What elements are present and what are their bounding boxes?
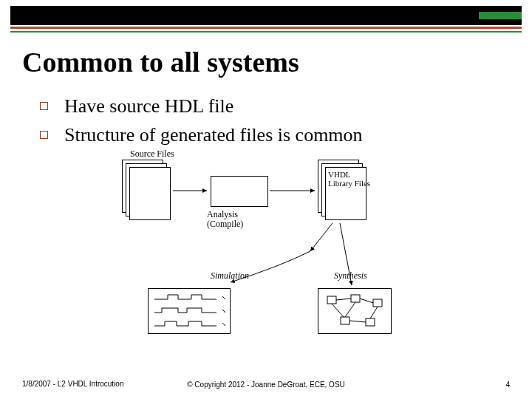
label-simulation: Simulation	[211, 271, 249, 281]
svg-line-7	[332, 304, 344, 317]
divider-red	[10, 27, 522, 29]
svg-rect-1	[351, 295, 360, 302]
synthesis-output-icon	[318, 288, 392, 334]
bullet-item: Have source HDL file	[40, 95, 502, 119]
svg-line-9	[349, 321, 366, 322]
label-source-files: Source Files	[130, 149, 174, 159]
svg-line-10	[370, 307, 378, 318]
bullet-list: Have source HDL file Structure of genera…	[40, 95, 502, 151]
header-accent	[479, 12, 522, 19]
diagram: Source Files Analysis (Compile) VHDL Lib…	[96, 155, 436, 347]
bullet-marker-icon	[40, 102, 48, 110]
netlist-icon	[318, 289, 392, 335]
svg-rect-2	[373, 299, 382, 307]
bullet-text: Structure of generated files is common	[64, 123, 363, 148]
svg-rect-4	[366, 318, 375, 326]
svg-line-8	[345, 302, 355, 317]
divider-green	[10, 31, 522, 33]
bullet-text: Have source HDL file	[64, 95, 233, 119]
svg-line-6	[360, 299, 373, 303]
svg-line-5	[336, 299, 351, 300]
svg-rect-0	[327, 296, 336, 304]
svg-rect-3	[341, 317, 349, 324]
waveform-icon	[149, 289, 231, 335]
svg-line-13	[310, 223, 332, 251]
label-analysis: Analysis (Compile)	[207, 210, 243, 229]
label-vhdl-library: VHDL Library Files	[328, 170, 370, 188]
bullet-item: Structure of generated files is common	[40, 123, 502, 148]
footer-center: © Copyright 2012 - Joanne DeGroat, ECE, …	[22, 381, 510, 389]
header-bar	[10, 6, 522, 25]
bullet-marker-icon	[40, 131, 48, 139]
slide-title: Common to all systems	[22, 46, 299, 78]
footer: 1/8/2007 - L2 VHDL Introcution © Copyrig…	[22, 380, 510, 389]
analysis-box	[211, 176, 268, 207]
simulation-output-icon	[148, 288, 231, 334]
label-synthesis: Synthesis	[334, 271, 367, 281]
